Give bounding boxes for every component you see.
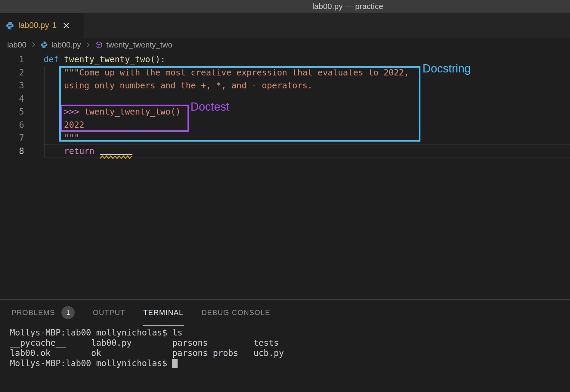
line-number: 1 <box>0 53 24 66</box>
panel-tab-terminal[interactable]: TERMINAL <box>143 300 184 326</box>
panel-tab-output[interactable]: OUTPUT <box>92 300 126 326</box>
terminal-cursor <box>172 359 178 368</box>
close-icon[interactable] <box>62 21 70 30</box>
panel-tab-label: TERMINAL <box>143 308 183 317</box>
terminal-line: lab00.ok ok parsons_probs ucb.py <box>10 348 564 358</box>
breadcrumb: lab00 lab00.py twenty_twenty_two <box>7 38 172 51</box>
line-number: 3 <box>0 79 24 92</box>
terminal-line: __pycache__ lab00.py parsons tests <box>10 338 564 348</box>
line-number: 6 <box>0 118 24 132</box>
tab-bar: lab00.py 1 <box>0 13 570 38</box>
tab-problem-count-badge: 1 <box>52 21 57 30</box>
breadcrumb-item-lab00py[interactable]: lab00.py <box>51 40 81 50</box>
panel-tab-bar: PROBLEMS1OUTPUTTERMINALDEBUG CONSOLE <box>11 300 271 326</box>
chevron-right-icon <box>30 41 37 48</box>
breadcrumb-item-function[interactable]: twenty_twenty_two <box>106 40 172 50</box>
tab-label: lab00.py <box>18 21 49 30</box>
symbol-function-cube-icon <box>95 41 103 49</box>
panel-tab-debug-console[interactable]: DEBUG CONSOLE <box>201 300 271 326</box>
doctest-annotation-box <box>61 105 189 132</box>
code-line[interactable]: def twenty_twenty_two(): <box>44 53 166 66</box>
problems-count-badge: 1 <box>61 306 75 319</box>
line-number: 8 <box>0 145 24 158</box>
doctest-annotation-label: Doctest <box>191 100 229 113</box>
line-number: 5 <box>0 105 24 118</box>
terminal-line: Mollys-MBP:lab00 mollynicholas$ <box>10 358 564 369</box>
panel-tab-label: DEBUG CONSOLE <box>201 308 270 317</box>
code-token: (): <box>150 54 166 64</box>
vscode-window: lab00.py — practice lab00.py 1 lab00 <box>0 0 570 392</box>
panel-tab-label: PROBLEMS <box>11 308 55 317</box>
docstring-annotation-label: Docstring <box>423 62 471 75</box>
chevron-right-icon <box>84 41 91 48</box>
code-line[interactable]: return <box>44 145 99 158</box>
code-token: twenty_twenty_two <box>64 54 150 64</box>
panel-tab-label: OUTPUT <box>93 308 125 317</box>
line-number: 2 <box>0 66 24 79</box>
line-number: 7 <box>0 131 24 145</box>
breadcrumb-item-lab00[interactable]: lab00 <box>7 40 26 50</box>
warning-squiggle-icon <box>100 155 132 160</box>
terminal-line: Mollys-MBP:lab00 mollynicholas$ ls <box>10 328 564 338</box>
python-icon <box>40 41 48 49</box>
title-bar: lab00.py — practice <box>0 0 570 13</box>
code-token: def <box>44 54 64 64</box>
window-title: lab00.py — practice <box>312 2 383 11</box>
code-token <box>44 146 64 156</box>
python-icon <box>5 21 14 30</box>
panel-tab-problems[interactable]: PROBLEMS1 <box>11 300 75 326</box>
code-editor[interactable]: 12345678 def twenty_twenty_two(): """Com… <box>0 51 570 300</box>
line-number: 4 <box>0 92 24 106</box>
tab-lab00py[interactable]: lab00.py 1 <box>0 13 84 38</box>
current-line-border-top <box>44 144 570 145</box>
code-token: return <box>64 146 99 156</box>
terminal-output[interactable]: Mollys-MBP:lab00 mollynicholas$ ls__pyca… <box>10 328 564 369</box>
